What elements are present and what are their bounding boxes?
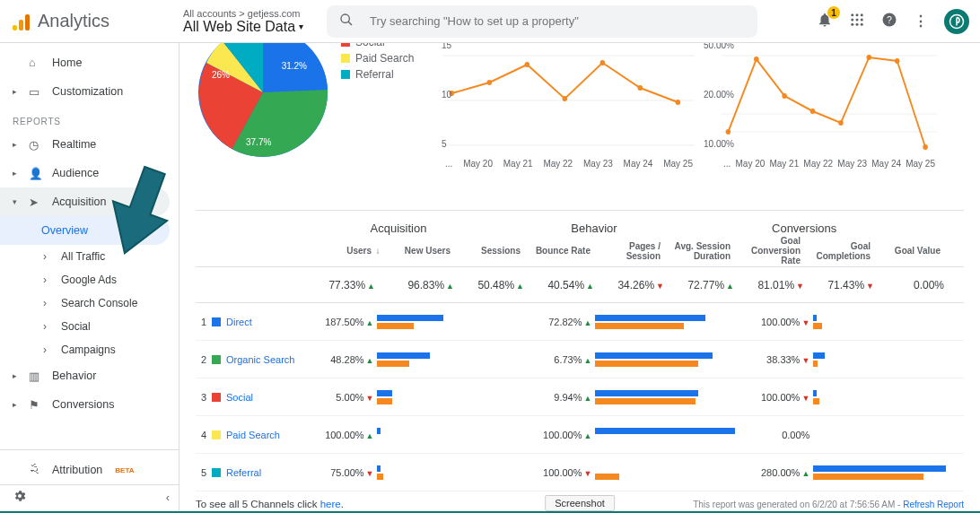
sidebar-item-all-traffic[interactable]: All Traffic xyxy=(0,245,179,268)
line-chart-users: 15105 ...May 20May 21 May 22May 23May 24… xyxy=(429,47,698,194)
channel-link: Direct xyxy=(226,317,252,327)
sidebar-item-label: All Traffic xyxy=(61,250,105,263)
search-input[interactable] xyxy=(368,13,745,29)
svg-point-35 xyxy=(923,144,928,150)
col-gcomp[interactable]: Goal Completions xyxy=(804,241,874,261)
search-bar[interactable] xyxy=(327,5,757,38)
refresh-report-link[interactable]: Refresh Report xyxy=(903,500,964,509)
svg-point-24 xyxy=(676,100,681,105)
svg-text:?: ? xyxy=(887,14,892,25)
sidebar-item-social[interactable]: Social xyxy=(0,315,179,338)
table-row[interactable]: 2 Organic Search 48.28%▲ 6.73%▲ 38.33%▼ xyxy=(196,341,964,378)
sidebar-item-overview[interactable]: Overview xyxy=(0,216,170,245)
logo[interactable]: Analytics xyxy=(11,11,179,32)
col-gval[interactable]: Goal Value xyxy=(874,246,944,256)
report-content: 31.2% 37.7% 26% Social Paid Search Refer… xyxy=(179,43,980,513)
svg-point-6 xyxy=(856,19,859,22)
clock-icon: ◷ xyxy=(29,138,43,152)
more-icon[interactable]: ⋮ xyxy=(914,13,928,30)
collapse-sidebar-icon[interactable]: ‹ xyxy=(166,491,170,504)
sidebar-item-home[interactable]: ⌂ Home xyxy=(0,48,179,77)
sidebar-item-search-console[interactable]: Search Console xyxy=(0,291,179,315)
sidebar-item-behavior[interactable]: ▸▥ Behavior xyxy=(0,361,179,390)
svg-point-20 xyxy=(525,62,530,67)
see-all-link[interactable]: here xyxy=(320,499,341,509)
pie-legend: Social Paid Search Referral xyxy=(341,43,414,83)
help-icon[interactable]: ? xyxy=(881,12,897,30)
sidebar-section-reports: REPORTS xyxy=(0,106,179,130)
svg-point-22 xyxy=(600,60,606,65)
sidebar-item-label: Audience xyxy=(52,167,99,179)
search-icon xyxy=(339,13,354,30)
table-row[interactable]: 4 Paid Search 100.00%▲ 100.00%▲ 0.00% xyxy=(196,416,964,454)
gear-icon[interactable] xyxy=(13,489,27,506)
svg-point-8 xyxy=(851,23,853,26)
svg-point-21 xyxy=(563,96,568,101)
channels-table: Acquisition Behavior Conversions Users ↓… xyxy=(196,210,964,509)
account-selector[interactable]: All accounts > getjess.com All Web Site … xyxy=(183,8,318,35)
report-footer: This report was generated on 6/2/20 at 7… xyxy=(693,500,964,509)
sidebar-item-label: Customization xyxy=(52,85,123,98)
flag-icon: ⚑ xyxy=(29,398,43,412)
svg-point-34 xyxy=(895,58,900,64)
col-sessions[interactable]: Sessions xyxy=(454,246,524,256)
svg-line-1 xyxy=(348,22,352,25)
section-header-acquisition: Acquisition xyxy=(371,222,572,235)
col-bounce[interactable]: Bounce Rate xyxy=(524,246,594,256)
svg-point-31 xyxy=(810,109,816,114)
svg-point-4 xyxy=(861,13,863,16)
sidebar-item-label: Attribution xyxy=(52,464,102,476)
svg-point-32 xyxy=(838,120,844,126)
screenshot-button[interactable]: Screenshot xyxy=(545,495,615,511)
table-row[interactable]: 5 Referral 75.00%▼ 100.00%▼ 280.00%▲ xyxy=(196,454,964,491)
sidebar-item-label: Campaigns xyxy=(61,343,116,356)
account-view-name: All Web Site Data ▾ xyxy=(183,19,303,35)
sidebar-item-customization[interactable]: ▸▭ Customization xyxy=(0,77,179,106)
col-pages-session[interactable]: Pages / Session xyxy=(594,241,664,261)
sidebar-item-conversions[interactable]: ▸⚑ Conversions xyxy=(0,390,179,419)
svg-point-3 xyxy=(856,13,859,16)
svg-point-9 xyxy=(856,23,859,26)
col-new-users[interactable]: New Users xyxy=(384,246,454,256)
table-row[interactable]: 3 Social 5.00%▼ 9.94%▲ 100.00%▼ xyxy=(196,378,964,416)
svg-point-10 xyxy=(861,23,863,26)
channel-link: Social xyxy=(226,392,253,403)
attribution-icon: ష xyxy=(29,464,43,476)
svg-point-29 xyxy=(754,57,759,62)
sidebar-item-google-ads[interactable]: Google Ads xyxy=(0,268,179,291)
svg-point-7 xyxy=(861,19,863,22)
table-header-row: Users ↓ New Users Sessions Bounce Rate P… xyxy=(196,235,964,267)
sidebar-item-label: Home xyxy=(52,57,82,69)
line-chart-conversion: 50.00%20.00%10.00% ...May 20May 21 May 2… xyxy=(707,47,941,194)
apps-icon[interactable] xyxy=(849,12,865,30)
sort-icon[interactable]: ↓ xyxy=(375,246,384,256)
behavior-icon: ▥ xyxy=(29,370,43,383)
col-users[interactable]: Users xyxy=(314,246,375,256)
home-icon: ⌂ xyxy=(29,57,43,69)
avatar[interactable] xyxy=(944,9,969,34)
sidebar-item-label: Acquisition xyxy=(52,196,106,208)
col-duration[interactable]: Avg. Session Duration xyxy=(664,241,734,261)
beta-badge: BETA xyxy=(115,466,134,474)
sidebar-item-realtime[interactable]: ▸◷ Realtime xyxy=(0,130,179,159)
header-actions: 1 ? ⋮ xyxy=(817,9,969,34)
chevron-down-icon: ▾ xyxy=(299,22,303,31)
table-row[interactable]: 1 Direct 187.50%▲ 72.82%▲ 100.00%▼ xyxy=(196,303,964,341)
section-header-conversions: Conversions xyxy=(772,222,964,235)
svg-point-5 xyxy=(851,19,853,22)
svg-point-30 xyxy=(782,93,787,99)
col-gcr[interactable]: Goal Conversion Rate xyxy=(734,236,804,265)
sidebar-item-campaigns[interactable]: Campaigns xyxy=(0,338,179,361)
app-header: Analytics All accounts > getjess.com All… xyxy=(0,0,980,43)
sidebar-item-audience[interactable]: ▸👤 Audience xyxy=(0,159,179,187)
sidebar-item-acquisition[interactable]: ▾➤ Acquisition xyxy=(0,187,170,216)
sidebar-item-label: Google Ads xyxy=(61,274,117,286)
sidebar-item-label: Search Console xyxy=(61,297,137,309)
svg-point-19 xyxy=(487,80,493,85)
svg-point-33 xyxy=(867,55,872,60)
sidebar-item-attribution[interactable]: ష Attribution BETA xyxy=(0,456,179,484)
logo-text: Analytics xyxy=(38,11,109,31)
notifications-button[interactable]: 1 xyxy=(817,12,833,30)
pie-chart: 31.2% 37.7% 26% Social Paid Search Refer… xyxy=(196,47,429,194)
channel-link: Referral xyxy=(226,467,261,478)
